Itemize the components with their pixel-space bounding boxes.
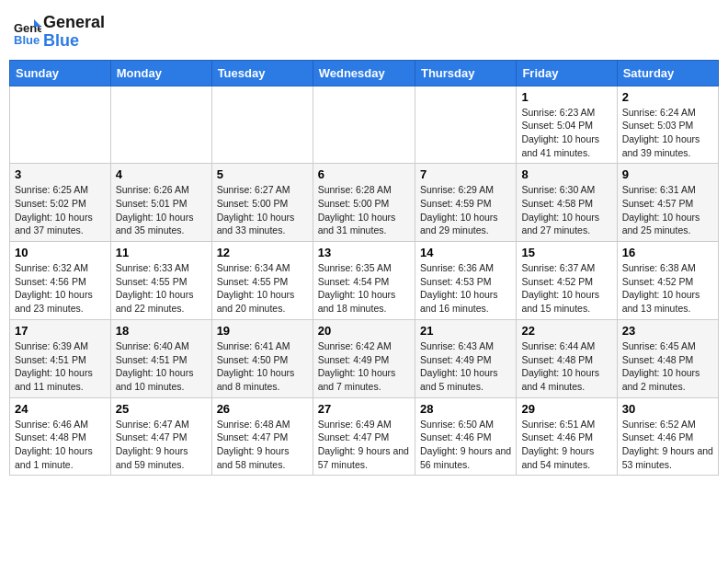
day-number: 13	[318, 246, 410, 259]
calendar-cell: 15Sunrise: 6:37 AM Sunset: 4:52 PM Dayli…	[517, 242, 617, 320]
calendar-cell: 17Sunrise: 6:39 AM Sunset: 4:51 PM Dayli…	[10, 319, 111, 397]
calendar-cell: 11Sunrise: 6:33 AM Sunset: 4:55 PM Dayli…	[110, 242, 211, 320]
day-number: 29	[521, 402, 611, 416]
calendar-cell	[211, 86, 313, 164]
day-number: 26	[217, 402, 308, 416]
calendar-cell: 20Sunrise: 6:42 AM Sunset: 4:49 PM Dayli…	[313, 319, 415, 397]
svg-text:Blue: Blue	[14, 33, 40, 45]
header-sunday: Sunday	[10, 60, 111, 86]
header-thursday: Thursday	[415, 60, 516, 86]
day-number: 16	[622, 246, 713, 259]
calendar-cell: 1Sunrise: 6:23 AM Sunset: 5:04 PM Daylig…	[517, 86, 617, 164]
calendar-cell: 3Sunrise: 6:25 AM Sunset: 5:02 PM Daylig…	[10, 164, 111, 242]
day-number: 24	[15, 402, 106, 416]
day-info: Sunrise: 6:24 AM Sunset: 5:03 PM Dayligh…	[622, 106, 713, 160]
calendar-cell: 28Sunrise: 6:50 AM Sunset: 4:46 PM Dayli…	[415, 397, 516, 476]
day-info: Sunrise: 6:23 AM Sunset: 5:04 PM Dayligh…	[521, 106, 611, 160]
day-number: 2	[622, 90, 713, 104]
logo-icon: General Blue	[14, 19, 41, 45]
day-number: 4	[116, 167, 207, 181]
header-wednesday: Wednesday	[313, 60, 415, 86]
calendar-cell	[110, 86, 211, 164]
calendar-cell: 8Sunrise: 6:30 AM Sunset: 4:58 PM Daylig…	[517, 164, 617, 242]
calendar-cell: 26Sunrise: 6:48 AM Sunset: 4:47 PM Dayli…	[211, 397, 313, 476]
day-info: Sunrise: 6:32 AM Sunset: 4:56 PM Dayligh…	[15, 261, 106, 316]
day-info: Sunrise: 6:50 AM Sunset: 4:46 PM Dayligh…	[420, 418, 511, 472]
day-info: Sunrise: 6:44 AM Sunset: 4:48 PM Dayligh…	[521, 339, 611, 394]
day-info: Sunrise: 6:48 AM Sunset: 4:47 PM Dayligh…	[217, 418, 308, 472]
day-number: 12	[217, 246, 308, 259]
calendar: SundayMondayTuesdayWednesdayThursdayFrid…	[9, 60, 719, 477]
calendar-cell: 27Sunrise: 6:49 AM Sunset: 4:47 PM Dayli…	[313, 397, 415, 476]
day-number: 7	[420, 167, 511, 181]
calendar-cell: 22Sunrise: 6:44 AM Sunset: 4:48 PM Dayli…	[517, 319, 617, 397]
day-info: Sunrise: 6:51 AM Sunset: 4:46 PM Dayligh…	[521, 418, 611, 472]
day-info: Sunrise: 6:28 AM Sunset: 5:00 PM Dayligh…	[318, 183, 410, 237]
logo-general: General	[43, 14, 105, 32]
day-info: Sunrise: 6:31 AM Sunset: 4:57 PM Dayligh…	[622, 183, 713, 237]
day-info: Sunrise: 6:37 AM Sunset: 4:52 PM Dayligh…	[521, 261, 611, 316]
day-info: Sunrise: 6:27 AM Sunset: 5:00 PM Dayligh…	[217, 183, 308, 237]
day-info: Sunrise: 6:41 AM Sunset: 4:50 PM Dayligh…	[217, 339, 308, 394]
header-monday: Monday	[110, 60, 211, 86]
calendar-cell: 4Sunrise: 6:26 AM Sunset: 5:01 PM Daylig…	[110, 164, 211, 242]
day-info: Sunrise: 6:33 AM Sunset: 4:55 PM Dayligh…	[116, 261, 207, 316]
calendar-cell: 19Sunrise: 6:41 AM Sunset: 4:50 PM Dayli…	[211, 319, 313, 397]
day-number: 5	[217, 167, 308, 181]
day-info: Sunrise: 6:29 AM Sunset: 4:59 PM Dayligh…	[420, 183, 511, 237]
day-info: Sunrise: 6:34 AM Sunset: 4:55 PM Dayligh…	[217, 261, 308, 316]
day-info: Sunrise: 6:30 AM Sunset: 4:58 PM Dayligh…	[521, 183, 611, 237]
day-number: 15	[521, 246, 611, 259]
day-number: 1	[521, 90, 611, 104]
day-info: Sunrise: 6:36 AM Sunset: 4:53 PM Dayligh…	[420, 261, 511, 316]
day-number: 10	[15, 246, 106, 259]
day-number: 18	[116, 324, 207, 338]
day-number: 6	[318, 167, 410, 181]
day-number: 14	[420, 246, 511, 259]
header-saturday: Saturday	[617, 60, 718, 86]
day-number: 19	[217, 324, 308, 338]
day-info: Sunrise: 6:25 AM Sunset: 5:02 PM Dayligh…	[15, 183, 106, 237]
calendar-week-row: 10Sunrise: 6:32 AM Sunset: 4:56 PM Dayli…	[10, 242, 719, 320]
calendar-week-row: 24Sunrise: 6:46 AM Sunset: 4:48 PM Dayli…	[10, 397, 719, 476]
calendar-cell: 6Sunrise: 6:28 AM Sunset: 5:00 PM Daylig…	[313, 164, 415, 242]
calendar-week-row: 17Sunrise: 6:39 AM Sunset: 4:51 PM Dayli…	[10, 319, 719, 397]
calendar-header-row: SundayMondayTuesdayWednesdayThursdayFrid…	[10, 60, 719, 86]
day-number: 23	[622, 324, 713, 338]
day-info: Sunrise: 6:26 AM Sunset: 5:01 PM Dayligh…	[116, 183, 207, 237]
calendar-cell	[10, 86, 111, 164]
day-number: 20	[318, 324, 410, 338]
calendar-cell: 21Sunrise: 6:43 AM Sunset: 4:49 PM Dayli…	[415, 319, 516, 397]
day-number: 25	[116, 402, 207, 416]
calendar-cell	[313, 86, 415, 164]
day-info: Sunrise: 6:52 AM Sunset: 4:46 PM Dayligh…	[622, 418, 713, 472]
calendar-cell: 24Sunrise: 6:46 AM Sunset: 4:48 PM Dayli…	[10, 397, 111, 476]
calendar-cell: 16Sunrise: 6:38 AM Sunset: 4:52 PM Dayli…	[617, 242, 718, 320]
calendar-cell: 5Sunrise: 6:27 AM Sunset: 5:00 PM Daylig…	[211, 164, 313, 242]
day-info: Sunrise: 6:43 AM Sunset: 4:49 PM Dayligh…	[420, 339, 511, 394]
day-info: Sunrise: 6:38 AM Sunset: 4:52 PM Dayligh…	[622, 261, 713, 316]
calendar-week-row: 3Sunrise: 6:25 AM Sunset: 5:02 PM Daylig…	[10, 164, 719, 242]
calendar-cell: 25Sunrise: 6:47 AM Sunset: 4:47 PM Dayli…	[110, 397, 211, 476]
day-number: 9	[622, 167, 713, 181]
calendar-cell: 30Sunrise: 6:52 AM Sunset: 4:46 PM Dayli…	[617, 397, 718, 476]
calendar-cell	[415, 86, 516, 164]
day-info: Sunrise: 6:40 AM Sunset: 4:51 PM Dayligh…	[116, 339, 207, 394]
day-number: 28	[420, 402, 511, 416]
day-number: 21	[420, 324, 511, 338]
calendar-cell: 13Sunrise: 6:35 AM Sunset: 4:54 PM Dayli…	[313, 242, 415, 320]
calendar-cell: 10Sunrise: 6:32 AM Sunset: 4:56 PM Dayli…	[10, 242, 111, 320]
day-number: 8	[521, 167, 611, 181]
day-number: 30	[622, 402, 713, 416]
calendar-cell: 2Sunrise: 6:24 AM Sunset: 5:03 PM Daylig…	[617, 86, 718, 164]
logo-blue: Blue	[43, 32, 105, 51]
day-number: 27	[318, 402, 410, 416]
day-number: 17	[15, 324, 106, 338]
day-info: Sunrise: 6:35 AM Sunset: 4:54 PM Dayligh…	[318, 261, 410, 316]
day-info: Sunrise: 6:46 AM Sunset: 4:48 PM Dayligh…	[15, 418, 106, 472]
header-tuesday: Tuesday	[211, 60, 313, 86]
calendar-cell: 14Sunrise: 6:36 AM Sunset: 4:53 PM Dayli…	[415, 242, 516, 320]
calendar-cell: 18Sunrise: 6:40 AM Sunset: 4:51 PM Dayli…	[110, 319, 211, 397]
day-info: Sunrise: 6:49 AM Sunset: 4:47 PM Dayligh…	[318, 418, 410, 472]
header-friday: Friday	[517, 60, 617, 86]
